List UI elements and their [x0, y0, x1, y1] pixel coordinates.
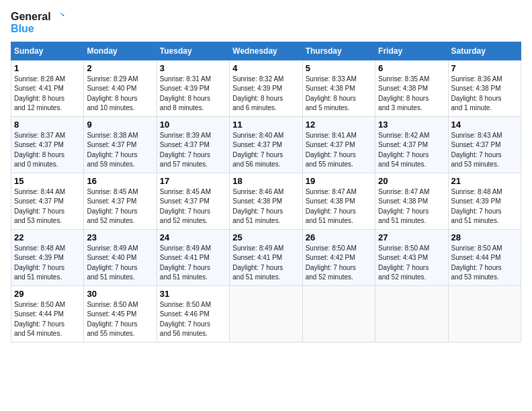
calendar-cell: 10Sunrise: 8:39 AM Sunset: 4:37 PM Dayli…: [157, 116, 229, 173]
logo-blue: Blue: [11, 23, 64, 35]
day-number: 8: [14, 120, 81, 130]
svg-marker-1: [62, 13, 64, 16]
calendar-cell: [448, 285, 521, 342]
calendar-cell: 20Sunrise: 8:47 AM Sunset: 4:38 PM Dayli…: [375, 173, 448, 229]
calendar-cell: 28Sunrise: 8:50 AM Sunset: 4:44 PM Dayli…: [448, 229, 521, 285]
day-number: 29: [14, 289, 81, 299]
calendar-cell: [375, 285, 448, 342]
day-info: Sunrise: 8:45 AM Sunset: 4:37 PM Dayligh…: [160, 187, 226, 226]
calendar-cell: [230, 285, 302, 342]
day-info: Sunrise: 8:48 AM Sunset: 4:39 PM Dayligh…: [451, 187, 518, 226]
day-number: 13: [378, 120, 445, 130]
day-info: Sunrise: 8:35 AM Sunset: 4:38 PM Dayligh…: [378, 75, 445, 113]
day-number: 23: [87, 232, 153, 242]
calendar-cell: 26Sunrise: 8:50 AM Sunset: 4:42 PM Dayli…: [302, 229, 375, 285]
col-header-sunday: Sunday: [11, 42, 84, 60]
day-info: Sunrise: 8:47 AM Sunset: 4:38 PM Dayligh…: [306, 187, 372, 226]
day-number: 4: [232, 63, 299, 73]
day-number: 24: [160, 232, 226, 242]
calendar-cell: 11Sunrise: 8:40 AM Sunset: 4:37 PM Dayli…: [230, 116, 302, 173]
day-number: 20: [378, 176, 445, 186]
week-row-4: 22Sunrise: 8:48 AM Sunset: 4:39 PM Dayli…: [11, 229, 521, 285]
week-row-2: 8Sunrise: 8:37 AM Sunset: 4:37 PM Daylig…: [11, 116, 521, 173]
col-header-saturday: Saturday: [448, 42, 521, 60]
day-info: Sunrise: 8:37 AM Sunset: 4:37 PM Dayligh…: [14, 131, 81, 170]
col-header-friday: Friday: [375, 42, 448, 60]
col-header-thursday: Thursday: [302, 42, 375, 60]
calendar-cell: 14Sunrise: 8:43 AM Sunset: 4:37 PM Dayli…: [448, 116, 521, 173]
day-info: Sunrise: 8:49 AM Sunset: 4:41 PM Dayligh…: [160, 244, 226, 283]
calendar-cell: 6Sunrise: 8:35 AM Sunset: 4:38 PM Daylig…: [375, 60, 448, 116]
day-info: Sunrise: 8:28 AM Sunset: 4:41 PM Dayligh…: [14, 75, 81, 113]
day-number: 21: [451, 176, 518, 186]
week-row-1: 1Sunrise: 8:28 AM Sunset: 4:41 PM Daylig…: [11, 60, 521, 116]
day-info: Sunrise: 8:45 AM Sunset: 4:37 PM Dayligh…: [87, 187, 153, 226]
calendar-cell: 2Sunrise: 8:29 AM Sunset: 4:40 PM Daylig…: [84, 60, 157, 116]
page-header: General Blue: [11, 11, 521, 35]
day-number: 14: [451, 120, 518, 130]
calendar-cell: 4Sunrise: 8:32 AM Sunset: 4:39 PM Daylig…: [230, 60, 302, 116]
calendar-cell: 31Sunrise: 8:50 AM Sunset: 4:46 PM Dayli…: [157, 285, 229, 342]
day-info: Sunrise: 8:44 AM Sunset: 4:37 PM Dayligh…: [14, 187, 81, 226]
day-number: 31: [160, 289, 226, 299]
day-info: Sunrise: 8:50 AM Sunset: 4:45 PM Dayligh…: [87, 300, 153, 339]
calendar-cell: 30Sunrise: 8:50 AM Sunset: 4:45 PM Dayli…: [84, 285, 157, 342]
day-number: 30: [87, 289, 153, 299]
calendar-cell: 9Sunrise: 8:38 AM Sunset: 4:37 PM Daylig…: [84, 116, 157, 173]
calendar-cell: 24Sunrise: 8:49 AM Sunset: 4:41 PM Dayli…: [157, 229, 229, 285]
day-info: Sunrise: 8:49 AM Sunset: 4:41 PM Dayligh…: [232, 244, 299, 283]
day-info: Sunrise: 8:48 AM Sunset: 4:39 PM Dayligh…: [14, 244, 81, 283]
day-info: Sunrise: 8:32 AM Sunset: 4:39 PM Dayligh…: [232, 75, 299, 113]
col-header-wednesday: Wednesday: [230, 42, 302, 60]
day-info: Sunrise: 8:31 AM Sunset: 4:39 PM Dayligh…: [160, 75, 226, 113]
calendar-cell: 19Sunrise: 8:47 AM Sunset: 4:38 PM Dayli…: [302, 173, 375, 229]
calendar-cell: 16Sunrise: 8:45 AM Sunset: 4:37 PM Dayli…: [84, 173, 157, 229]
day-number: 6: [378, 63, 445, 73]
day-info: Sunrise: 8:49 AM Sunset: 4:40 PM Dayligh…: [87, 244, 153, 283]
day-info: Sunrise: 8:33 AM Sunset: 4:38 PM Dayligh…: [306, 75, 372, 113]
day-info: Sunrise: 8:41 AM Sunset: 4:37 PM Dayligh…: [306, 131, 372, 170]
logo-text-block: General Blue: [11, 11, 64, 35]
day-number: 15: [14, 176, 81, 186]
day-number: 22: [14, 232, 81, 242]
calendar-cell: 23Sunrise: 8:49 AM Sunset: 4:40 PM Dayli…: [84, 229, 157, 285]
day-number: 19: [306, 176, 372, 186]
calendar-cell: 15Sunrise: 8:44 AM Sunset: 4:37 PM Dayli…: [11, 173, 84, 229]
day-number: 12: [306, 120, 372, 130]
calendar-cell: 8Sunrise: 8:37 AM Sunset: 4:37 PM Daylig…: [11, 116, 84, 173]
week-row-3: 15Sunrise: 8:44 AM Sunset: 4:37 PM Dayli…: [11, 173, 521, 229]
day-info: Sunrise: 8:50 AM Sunset: 4:44 PM Dayligh…: [14, 300, 81, 339]
day-info: Sunrise: 8:38 AM Sunset: 4:37 PM Dayligh…: [87, 131, 153, 170]
day-number: 5: [306, 63, 372, 73]
calendar-cell: 7Sunrise: 8:36 AM Sunset: 4:38 PM Daylig…: [448, 60, 521, 116]
calendar-table: SundayMondayTuesdayWednesdayThursdayFrid…: [11, 42, 521, 342]
calendar-cell: 18Sunrise: 8:46 AM Sunset: 4:38 PM Dayli…: [230, 173, 302, 229]
calendar-cell: 5Sunrise: 8:33 AM Sunset: 4:38 PM Daylig…: [302, 60, 375, 116]
calendar-cell: 25Sunrise: 8:49 AM Sunset: 4:41 PM Dayli…: [230, 229, 302, 285]
day-info: Sunrise: 8:29 AM Sunset: 4:40 PM Dayligh…: [87, 75, 153, 113]
calendar-cell: 22Sunrise: 8:48 AM Sunset: 4:39 PM Dayli…: [11, 229, 84, 285]
day-number: 3: [160, 63, 226, 73]
day-info: Sunrise: 8:47 AM Sunset: 4:38 PM Dayligh…: [378, 187, 445, 226]
calendar-body: 1Sunrise: 8:28 AM Sunset: 4:41 PM Daylig…: [11, 60, 521, 342]
day-number: 10: [160, 120, 226, 130]
day-number: 17: [160, 176, 226, 186]
week-row-5: 29Sunrise: 8:50 AM Sunset: 4:44 PM Dayli…: [11, 285, 521, 342]
calendar-cell: 17Sunrise: 8:45 AM Sunset: 4:37 PM Dayli…: [157, 173, 229, 229]
day-number: 2: [87, 63, 153, 73]
day-info: Sunrise: 8:50 AM Sunset: 4:42 PM Dayligh…: [306, 244, 372, 283]
calendar-cell: 3Sunrise: 8:31 AM Sunset: 4:39 PM Daylig…: [157, 60, 229, 116]
calendar-header-row: SundayMondayTuesdayWednesdayThursdayFrid…: [11, 42, 521, 60]
calendar-cell: 21Sunrise: 8:48 AM Sunset: 4:39 PM Dayli…: [448, 173, 521, 229]
day-number: 18: [232, 176, 299, 186]
day-number: 26: [306, 232, 372, 242]
day-number: 11: [232, 120, 299, 130]
calendar-cell: 29Sunrise: 8:50 AM Sunset: 4:44 PM Dayli…: [11, 285, 84, 342]
col-header-monday: Monday: [84, 42, 157, 60]
day-info: Sunrise: 8:46 AM Sunset: 4:38 PM Dayligh…: [232, 187, 299, 226]
day-info: Sunrise: 8:36 AM Sunset: 4:38 PM Dayligh…: [451, 75, 518, 113]
day-info: Sunrise: 8:43 AM Sunset: 4:37 PM Dayligh…: [451, 131, 518, 170]
day-info: Sunrise: 8:42 AM Sunset: 4:37 PM Dayligh…: [378, 131, 445, 170]
logo-general: General: [11, 11, 51, 23]
day-info: Sunrise: 8:40 AM Sunset: 4:37 PM Dayligh…: [232, 131, 299, 170]
